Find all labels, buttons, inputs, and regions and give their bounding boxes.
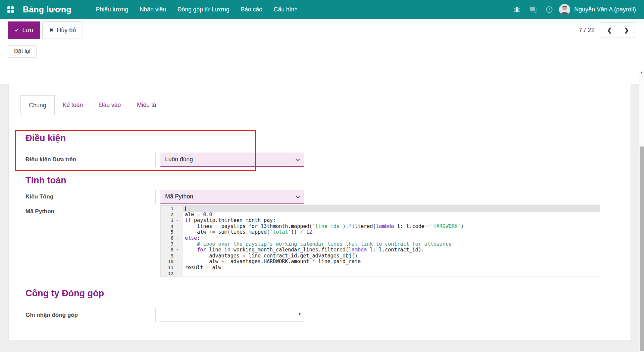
- field-row-amount-type: Kiểu Tổng Mã Python: [26, 190, 631, 204]
- discard-button-label: Hủy bỏ: [57, 27, 76, 34]
- amount-type-label: Kiểu Tổng: [26, 190, 156, 204]
- notebook-tabs: ChungKế toánĐầu vàoMiêu tả: [20, 95, 620, 115]
- tab-chung[interactable]: Chung: [20, 95, 55, 115]
- save-button[interactable]: ✔ Lưu: [8, 21, 40, 39]
- vertical-scrollbar[interactable]: ▲: [639, 69, 644, 352]
- code-line-8[interactable]: 8▾ for line in working_month_calendar_li…: [161, 247, 600, 253]
- pager-value[interactable]: 7 / 22: [579, 26, 595, 34]
- code-line-1[interactable]: 1: [161, 206, 600, 212]
- chevron-down-icon: [296, 194, 300, 198]
- form-sheet: ChungKế toánĐầu vàoMiêu tả Điều kiện Điề…: [8, 84, 631, 340]
- code-line-4[interactable]: 4 lines = payslips_for_13thmonth.mapped(…: [161, 224, 600, 230]
- code-line-7[interactable]: 7 # Loop over the payslip's working cale…: [161, 241, 600, 247]
- user-menu[interactable]: Nguyễn Văn A (payroll): [574, 6, 636, 13]
- user-avatar[interactable]: [559, 4, 570, 15]
- condition-based-on-select[interactable]: Luôn đúng: [160, 153, 304, 167]
- odoo-payroll-window: Bảng lương Phiếu lươngNhân viênĐóng góp …: [0, 0, 644, 352]
- app-title[interactable]: Bảng lương: [23, 5, 71, 14]
- form-content: Điều kiện Điều kiện Dựa trên Luôn đúng T…: [9, 131, 631, 322]
- nav-item-0[interactable]: Phiếu lương: [92, 0, 133, 19]
- pager-previous-button[interactable]: ❮: [601, 23, 618, 38]
- record-pager: 7 / 22 ❮ ❯: [579, 22, 635, 38]
- code-line-5[interactable]: 5 alw += sum(lines.mapped('total')) / 12: [161, 229, 600, 235]
- control-panel-buttons: ✔ Lưu ✖ Hủy bỏ 7 / 22 ❮ ❯: [0, 21, 644, 39]
- field-row-condition: Điều kiện Dựa trên Luôn đúng: [26, 153, 631, 167]
- debug-bug-icon[interactable]: [511, 3, 524, 16]
- reset-button[interactable]: Đặt lại: [8, 45, 37, 58]
- save-button-label: Lưu: [22, 27, 33, 34]
- tab-kế-toán[interactable]: Kế toán: [55, 95, 91, 115]
- code-line-12[interactable]: 12: [161, 271, 600, 277]
- nav-item-4[interactable]: Cấu hình: [269, 0, 302, 19]
- python-code-editor[interactable]: 12alw = 0.03▾if payslip.thirteen_month_p…: [160, 206, 600, 277]
- code-lines: 12alw = 0.03▾if payslip.thirteen_month_p…: [161, 206, 600, 277]
- dropdown-caret-icon: ▾: [298, 311, 301, 316]
- nav-item-3[interactable]: Báo cáo: [236, 0, 266, 19]
- text-cursor: [185, 207, 186, 211]
- python-code-label: Mã Python: [26, 206, 156, 277]
- cell-divider: [453, 190, 453, 204]
- code-line-11[interactable]: 11result = alw: [161, 265, 600, 271]
- tab-miêu-tả[interactable]: Miêu tả: [129, 95, 164, 115]
- navbar-menu: Phiếu lươngNhân viênĐóng góp từ LươngBáo…: [92, 0, 302, 19]
- tab-đầu-vào[interactable]: Đầu vào: [91, 95, 129, 115]
- code-line-3[interactable]: 3▾if payslip.thirteen_month_pay:: [161, 218, 600, 224]
- scroll-up-icon[interactable]: ▲: [639, 69, 644, 75]
- section-title-condition: Điều kiện: [26, 131, 631, 145]
- top-navbar: Bảng lương Phiếu lươngNhân viênĐóng góp …: [0, 0, 644, 19]
- navbar-right: Nguyễn Văn A (payroll): [511, 3, 644, 16]
- check-icon: ✔: [15, 27, 19, 33]
- contribution-register-input[interactable]: ▾: [160, 308, 304, 322]
- condition-based-on-label: Điều kiện Dựa trên: [26, 153, 156, 167]
- fold-arrow-icon[interactable]: ▾: [174, 218, 181, 224]
- activities-clock-icon[interactable]: [543, 3, 556, 16]
- apps-menu-icon[interactable]: [7, 6, 14, 13]
- nav-item-1[interactable]: Nhân viên: [135, 0, 170, 19]
- fold-arrow-icon[interactable]: ▾: [174, 235, 181, 241]
- contribution-register-label: Ghi nhận đóng góp: [26, 308, 156, 322]
- nav-item-2[interactable]: Đóng góp từ Lương: [173, 0, 234, 19]
- field-row-contribution: Ghi nhận đóng góp ▾: [26, 308, 631, 322]
- chevron-down-icon: [296, 157, 300, 161]
- scrollbar-thumb[interactable]: [640, 146, 644, 351]
- section-title-contribution: Công ty Đóng góp: [26, 287, 631, 300]
- condition-based-on-value: Luôn đúng: [165, 156, 193, 163]
- discard-button[interactable]: ✖ Hủy bỏ: [42, 21, 83, 39]
- field-row-python-code: Mã Python 12alw = 0.03▾if payslip.thirte…: [26, 206, 631, 277]
- code-line-2[interactable]: 2alw = 0.0: [161, 212, 600, 218]
- code-line-9[interactable]: 9 advantages = line.contract_id.get_adva…: [161, 253, 600, 259]
- section-title-computation: Tính toán: [26, 174, 631, 187]
- fold-arrow-icon[interactable]: ▾: [174, 247, 181, 253]
- code-line-10[interactable]: 10 alw += advantages.HARDWORK.amount * l…: [161, 259, 600, 265]
- pager-next-button[interactable]: ❯: [618, 23, 635, 38]
- amount-type-value: Mã Python: [165, 193, 193, 200]
- secondary-toolbar: Đặt lại: [0, 44, 644, 58]
- content-area: ChungKế toánĐầu vàoMiêu tả Điều kiện Điề…: [0, 84, 644, 352]
- amount-type-select[interactable]: Mã Python: [160, 190, 304, 204]
- messages-icon[interactable]: [527, 3, 540, 16]
- pager-buttons: ❮ ❯: [601, 22, 635, 38]
- code-line-6[interactable]: 6▾else:: [161, 235, 600, 241]
- close-icon: ✖: [49, 27, 54, 33]
